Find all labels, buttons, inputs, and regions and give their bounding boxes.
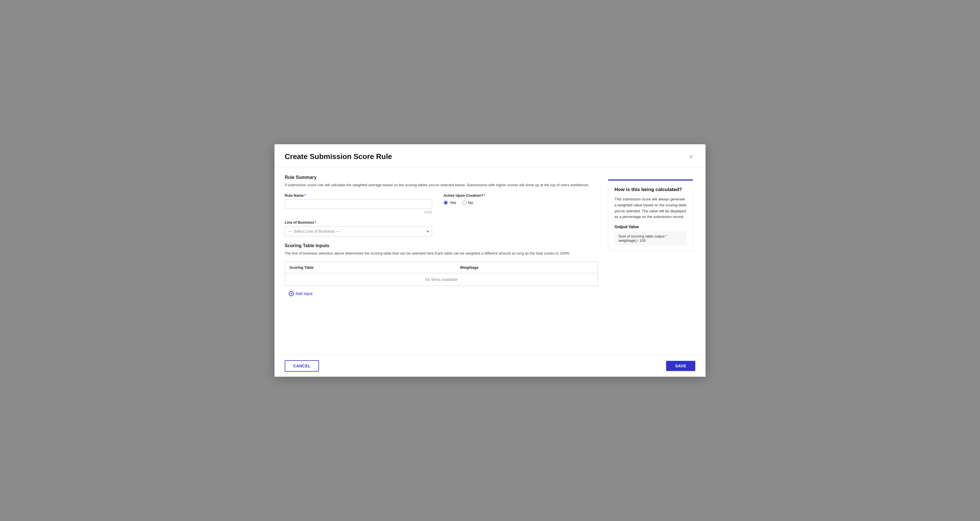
active-required: * <box>484 193 485 198</box>
add-input-button[interactable]: + Add Input <box>285 290 312 301</box>
form-row-name-active: Rule Name* 0/255 Active Upon Creation?* <box>285 193 598 214</box>
col-scoring-table: Scoring Table <box>285 262 455 273</box>
active-upon-creation-group: Active Upon Creation?* Yes No <box>444 193 485 205</box>
scoring-table-header-row: Scoring Table Weightage <box>285 262 598 273</box>
rule-name-group: Rule Name* 0/255 <box>285 193 432 214</box>
yes-radio[interactable] <box>444 200 448 205</box>
sidebar-card-desc: This submission score will always genera… <box>614 197 687 220</box>
close-button[interactable]: × <box>687 152 695 161</box>
yes-radio-label[interactable]: Yes <box>444 200 456 205</box>
lob-required: * <box>315 220 316 224</box>
scoring-table: Scoring Table Weightage No items availab… <box>285 262 598 286</box>
cancel-button[interactable]: CANCEL <box>285 360 319 372</box>
plus-circle-icon: + <box>289 291 294 296</box>
scoring-section-title: Scoring Table Inputs <box>285 243 598 248</box>
output-formula: Sum of (scoring table output * weightage… <box>614 231 687 245</box>
output-value-label: Output Value <box>614 224 687 229</box>
scoring-table-section: Scoring Table Inputs The line of busines… <box>285 243 598 301</box>
rule-name-input[interactable] <box>285 199 432 209</box>
modal-header: Create Submission Score Rule × <box>275 144 705 167</box>
sidebar-card-title: How is this being calculated? <box>614 187 687 192</box>
scoring-section-desc: The line of business selection above det… <box>285 251 598 257</box>
col-weightage: Weightage <box>455 262 598 273</box>
sidebar-card: How is this being calculated? This submi… <box>608 179 693 251</box>
modal-body: Rule Summary A submission score rule wil… <box>275 167 705 355</box>
no-radio-label[interactable]: No <box>462 200 473 205</box>
modal-footer: CANCEL SAVE <box>275 355 705 377</box>
lob-label: Line of Business* <box>285 220 598 224</box>
main-content: Rule Summary A submission score rule wil… <box>275 167 608 355</box>
active-label: Active Upon Creation?* <box>444 193 485 198</box>
lob-select-wrapper: --- Select Line of Business --- ▾ <box>285 226 432 237</box>
active-radio-group: Yes No <box>444 200 485 205</box>
lob-select[interactable]: --- Select Line of Business --- <box>285 226 432 237</box>
save-button[interactable]: SAVE <box>666 361 695 371</box>
rule-summary-desc: A submission score rule will calculate t… <box>285 182 598 188</box>
add-input-label: Add Input <box>296 291 312 296</box>
rule-summary-title: Rule Summary <box>285 175 598 180</box>
modal-overlay: Create Submission Score Rule × Rule Summ… <box>0 0 980 521</box>
no-label-text: No <box>468 200 473 205</box>
no-radio[interactable] <box>462 200 466 205</box>
yes-label-text: Yes <box>450 200 456 205</box>
no-items-row: No items available <box>285 273 598 286</box>
rule-summary-section: Rule Summary A submission score rule wil… <box>285 175 598 237</box>
no-items-cell: No items available <box>285 273 598 286</box>
modal-title: Create Submission Score Rule <box>285 152 392 161</box>
right-panel-wrapper: How is this being calculated? This submi… <box>608 167 705 355</box>
lob-group: Line of Business* --- Select Line of Bus… <box>285 220 598 237</box>
modal-dialog: Create Submission Score Rule × Rule Summ… <box>275 144 705 377</box>
rule-name-label: Rule Name* <box>285 193 432 198</box>
rule-name-required: * <box>304 193 306 198</box>
rule-name-hint: 0/255 <box>285 211 432 214</box>
